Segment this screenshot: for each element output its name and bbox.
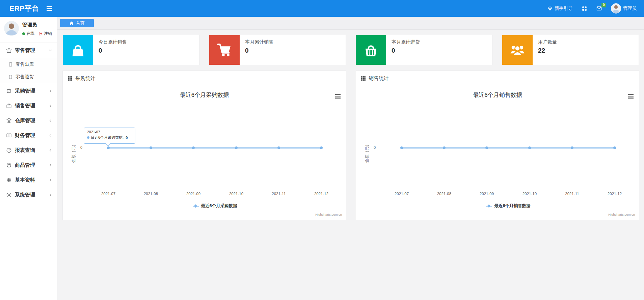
briefcase-icon	[6, 103, 12, 109]
sidebar-item-retail-outbound[interactable]: 零售出库	[0, 58, 57, 71]
data-point[interactable]	[443, 146, 446, 149]
envelope-icon	[596, 6, 602, 11]
gift-icon	[6, 48, 12, 53]
online-status-label: 在线	[26, 31, 34, 36]
chart-context-menu-icon[interactable]	[625, 93, 634, 100]
panel-title: 销售统计	[369, 75, 389, 82]
data-point[interactable]	[320, 146, 323, 149]
sidebar-toggle-icon[interactable]	[47, 5, 52, 12]
book-open-icon	[6, 133, 12, 138]
chart-context-menu-icon[interactable]	[332, 93, 341, 100]
panel-title: 采购统计	[75, 75, 96, 82]
legend-item[interactable]: 最近6个月采购数据	[87, 203, 343, 209]
messages-button[interactable]: 0	[596, 6, 602, 11]
x-axis-line	[380, 189, 636, 189]
sidebar-item-finance[interactable]: 财务管理	[0, 128, 57, 143]
shopping-basket-icon	[356, 35, 386, 65]
data-point[interactable]	[192, 146, 195, 149]
home-icon	[69, 21, 74, 26]
stat-card-user-count: 用户数量 22	[502, 35, 639, 65]
journal-icon	[8, 75, 13, 79]
th-grid-icon	[361, 76, 366, 81]
data-point[interactable]	[528, 146, 531, 149]
sidebar-item-retail[interactable]: 零售管理	[0, 43, 57, 58]
shopping-bag-icon	[63, 35, 93, 65]
y-axis-tick: 0	[76, 145, 82, 149]
data-point[interactable]	[235, 146, 238, 149]
data-point[interactable]	[400, 146, 403, 149]
sidebar-item-label: 商品管理	[15, 162, 35, 168]
sidebar-item-system[interactable]: 系统管理	[0, 187, 57, 202]
data-point[interactable]	[277, 146, 280, 149]
data-point[interactable]	[571, 146, 573, 149]
online-status-icon	[22, 32, 25, 35]
grid-icon	[6, 177, 12, 183]
sidebar-item-goods[interactable]: 商品管理	[0, 158, 57, 172]
sidebar-item-label: 零售退货	[16, 74, 34, 80]
legend-label: 最近6个月销售数据	[494, 203, 531, 209]
x-axis-tick: 2021-11	[560, 192, 584, 196]
layers-icon	[6, 118, 12, 124]
chevron-left-icon	[49, 193, 52, 197]
logout-icon	[38, 31, 43, 36]
tab-home[interactable]: 首页	[60, 19, 94, 27]
sales-chart: 最近6个月销售数据 金额（元） 0 2021-07 2021-08 2021-0…	[356, 84, 639, 220]
x-axis-tick: 2021-07	[97, 192, 120, 196]
highcharts-credit[interactable]: Highcharts.com.cn	[608, 213, 635, 216]
x-axis-tick: 2021-09	[475, 192, 499, 196]
expand-icon	[582, 6, 587, 11]
gem-icon	[547, 6, 553, 11]
card-title: 今日累计销售	[99, 39, 127, 45]
series-line	[108, 147, 321, 148]
chart-tooltip: 2021-07 最近6个月采购数据: 0	[84, 128, 135, 144]
x-axis-tick: 2021-11	[267, 192, 291, 196]
x-axis-tick: 2021-07	[390, 192, 413, 196]
highcharts-credit[interactable]: Highcharts.com.cn	[315, 213, 342, 216]
th-grid-icon	[68, 76, 73, 81]
chevron-left-icon	[49, 89, 52, 93]
sidebar-menu: 零售管理 零售出库 零售退货 采购管理 销售管理 仓库管理	[0, 43, 57, 202]
tab-home-label: 首页	[76, 20, 85, 26]
x-axis-tick: 2021-12	[310, 192, 333, 196]
series-line	[402, 147, 615, 148]
sidebar-item-label: 零售出库	[16, 61, 34, 67]
data-point[interactable]	[107, 146, 110, 149]
shopping-cart-icon	[209, 35, 240, 65]
retail-submenu: 零售出库 零售退货	[0, 58, 57, 83]
app-brand: ERP平台	[9, 4, 39, 13]
guide-button[interactable]: 新手引导	[547, 5, 573, 11]
sidebar-item-basic-data[interactable]: 基本资料	[0, 172, 57, 187]
legend-marker-icon	[193, 204, 199, 208]
tooltip-category: 2021-07	[87, 130, 132, 134]
pie-chart-icon	[6, 147, 12, 153]
sidebar-item-reports[interactable]: 报表查询	[0, 143, 57, 158]
box-icon	[6, 162, 12, 168]
chart-title: 最近6个月采购数据	[63, 91, 346, 99]
sales-stats-panel: 销售统计 最近6个月销售数据 金额（元） 0 2021-07 2021-08 2…	[356, 71, 639, 220]
card-value: 0	[99, 47, 127, 54]
main-content: 首页 今日累计销售 0 本月累计销售 0 本月累计进货 0	[57, 17, 644, 300]
data-point[interactable]	[613, 146, 616, 149]
sidebar-item-sales[interactable]: 销售管理	[0, 98, 57, 113]
legend-item[interactable]: 最近6个月销售数据	[380, 203, 636, 209]
logout-button[interactable]: 注销	[38, 31, 52, 36]
fullscreen-button[interactable]	[582, 6, 587, 11]
sidebar-item-purchase[interactable]: 采购管理	[0, 83, 57, 98]
tooltip-arrow	[106, 141, 110, 146]
data-point[interactable]	[485, 146, 488, 149]
user-menu[interactable]: 管理员	[611, 3, 637, 13]
sidebar-item-retail-return[interactable]: 零售退货	[0, 71, 57, 83]
stat-card-month-sales: 本月累计销售 0	[209, 35, 346, 65]
sidebar-item-label: 零售管理	[15, 47, 35, 54]
chevron-left-icon	[49, 104, 52, 108]
data-point[interactable]	[150, 146, 152, 149]
sidebar-item-label: 基本资料	[15, 177, 35, 183]
sidebar-item-warehouse[interactable]: 仓库管理	[0, 113, 57, 128]
navbar-avatar	[611, 3, 621, 13]
chevron-left-icon	[49, 119, 52, 122]
purchase-stats-panel: 采购统计 最近6个月采购数据 金额（元） 0 2021-07 2021-08 2…	[62, 71, 346, 220]
legend-marker-icon	[486, 204, 492, 208]
sidebar-item-label: 系统管理	[15, 192, 35, 198]
x-axis-tick: 2021-08	[139, 192, 163, 196]
sidebar-item-label: 报表查询	[15, 147, 35, 154]
